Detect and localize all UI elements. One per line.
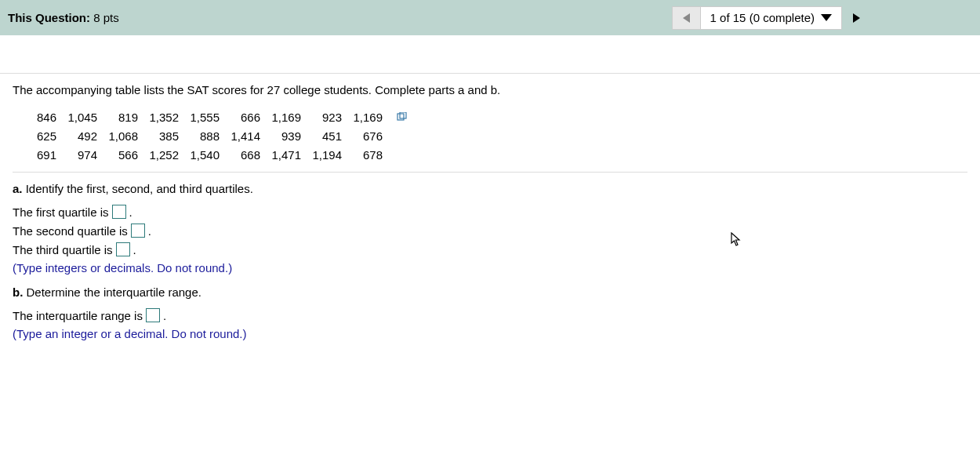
- data-cell: 1,352: [141, 111, 182, 124]
- part-a-hint: (Type integers or decimals. Do not round…: [13, 261, 967, 274]
- data-cell: 1,068: [100, 129, 141, 143]
- q3-prefix: The third quartile is: [13, 243, 113, 256]
- period: .: [133, 243, 136, 256]
- q2-prefix: The second quartile is: [13, 224, 128, 238]
- data-row: 625 492 1,068 385 888 1,414 939 451 676: [19, 126, 967, 145]
- data-cell: 678: [345, 148, 386, 162]
- triangle-down-icon: [821, 14, 832, 21]
- data-cell: 451: [304, 129, 345, 143]
- data-cell: 974: [60, 148, 100, 162]
- answer-line-iqr: The interquartile range is .: [13, 308, 967, 322]
- data-cell: 1,169: [345, 111, 386, 124]
- data-cell: 1,414: [223, 129, 263, 143]
- part-a-label: a. Identify the first, second, and third…: [13, 182, 967, 195]
- data-cell: 385: [141, 129, 182, 143]
- prev-question-button[interactable]: [672, 6, 700, 30]
- q2-input[interactable]: [131, 224, 145, 238]
- iqr-prefix: The interquartile range is: [13, 309, 143, 322]
- header-bar: This Question: 8 pts 1 of 15 (0 complete…: [0, 0, 980, 35]
- data-cell: 1,252: [141, 148, 182, 162]
- data-cell: 819: [100, 111, 141, 124]
- question-points-label: This Question: 8 pts: [8, 11, 119, 24]
- iqr-input[interactable]: [146, 308, 160, 322]
- data-cell: 1,471: [263, 148, 304, 162]
- data-cell: 923: [304, 111, 345, 124]
- data-cell: 625: [19, 129, 60, 143]
- triangle-left-icon: [683, 13, 690, 23]
- svg-rect-1: [400, 112, 406, 118]
- data-cell: 1,540: [182, 148, 223, 162]
- data-cell: 888: [182, 129, 223, 143]
- part-b-text: Determine the interquartile range.: [27, 285, 201, 299]
- data-row: 846 1,045 819 1,352 1,555 666 1,169 923 …: [19, 107, 967, 126]
- question-nav: 1 of 15 (0 complete): [672, 6, 870, 30]
- part-b-letter: b.: [13, 285, 23, 299]
- data-cell: 939: [263, 129, 304, 143]
- question-points: 8 pts: [93, 11, 119, 24]
- part-a-text: Identify the first, second, and third qu…: [26, 182, 253, 195]
- data-cell: 846: [19, 111, 60, 124]
- question-body: The accompanying table lists the SAT sco…: [0, 74, 980, 340]
- period: .: [148, 224, 151, 238]
- data-cell: 668: [223, 148, 263, 162]
- answer-line-q2: The second quartile is .: [13, 224, 967, 238]
- data-cell: 666: [223, 111, 263, 124]
- answer-line-q3: The third quartile is .: [13, 242, 967, 256]
- question-intro: The accompanying table lists the SAT sco…: [13, 83, 967, 96]
- period: .: [129, 205, 132, 219]
- data-cell: 676: [345, 129, 386, 143]
- next-question-button[interactable]: [842, 6, 870, 30]
- part-b-label: b. Determine the interquartile range.: [13, 285, 967, 299]
- data-cell: 492: [60, 129, 100, 143]
- part-a-letter: a.: [13, 182, 23, 195]
- data-cell: 1,045: [60, 111, 100, 124]
- svg-rect-0: [397, 114, 404, 120]
- triangle-right-icon: [853, 13, 860, 23]
- copy-data-icon[interactable]: [397, 111, 408, 122]
- data-cell: 691: [19, 148, 60, 162]
- part-b-hint: (Type an integer or a decimal. Do not ro…: [13, 327, 967, 340]
- data-cell: 1,555: [182, 111, 223, 124]
- data-cell: 1,169: [263, 111, 304, 124]
- period: .: [163, 309, 166, 322]
- question-label-prefix: This Question:: [8, 11, 90, 24]
- q3-input[interactable]: [116, 242, 130, 256]
- answer-line-q1: The first quartile is .: [13, 205, 967, 219]
- q1-input[interactable]: [112, 205, 126, 219]
- nav-progress-text: 1 of 15 (0 complete): [710, 11, 815, 24]
- data-table: 846 1,045 819 1,352 1,555 666 1,169 923 …: [13, 107, 967, 173]
- question-progress-dropdown[interactable]: 1 of 15 (0 complete): [700, 6, 842, 30]
- data-row: 691 974 566 1,252 1,540 668 1,471 1,194 …: [19, 145, 967, 164]
- data-cell: 1,194: [304, 148, 345, 162]
- q1-prefix: The first quartile is: [13, 205, 109, 219]
- data-cell: 566: [100, 148, 141, 162]
